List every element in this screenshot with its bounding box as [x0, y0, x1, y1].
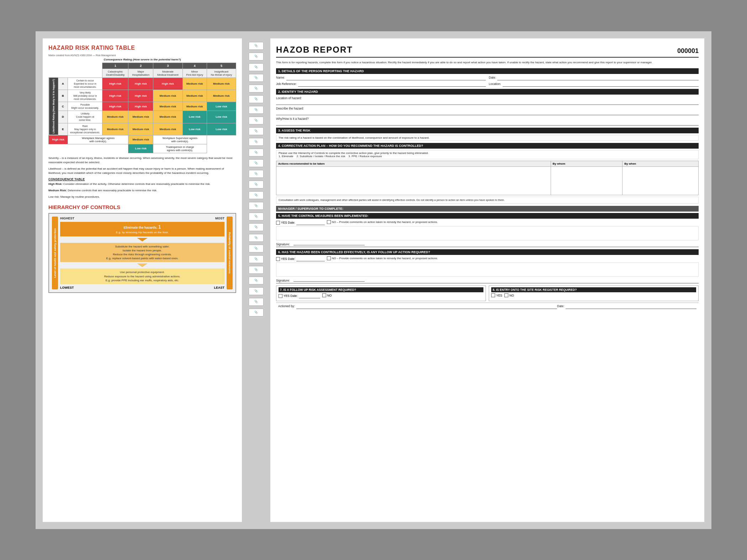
cell-a1: High risk [102, 78, 128, 90]
spine-item: 📎 [249, 74, 264, 82]
high-risk-text: High Risk: Consider elimination of the a… [48, 182, 236, 186]
actioned-by-field: Actioned by: [278, 304, 557, 309]
date-input[interactable] [497, 75, 699, 80]
yes-no-row-7: YES Date: NO [279, 293, 483, 298]
severity-para: Severity – is a measure of an injury, il… [48, 156, 236, 165]
tier3-desc: Use personal protective equipment. Reduc… [63, 270, 222, 282]
spine-item: 📎 [249, 138, 264, 146]
yes-box-7[interactable] [279, 294, 282, 298]
spine-area: 📎 📎 📎 📎 📎 📎 📎 📎 📎 📎 📎 📎 📎 📎 📎 📎 📎 📎 📎 📎 … [245, 38, 267, 522]
section4-note: Please use the Hierarchy of Controls to … [276, 150, 699, 159]
name-input[interactable] [286, 75, 486, 80]
why-input[interactable] [276, 121, 699, 126]
signature-label-5: Signature: [276, 242, 290, 246]
section-2: 2. IDENTIFY THE HAZARD Location of hazar… [276, 89, 699, 126]
col-3: 3 [153, 63, 183, 69]
signature-line-5[interactable] [293, 245, 365, 245]
no-checkbox-5[interactable]: NO – Provide comments on action taken to… [327, 220, 438, 224]
spine-item: 📎 [249, 127, 264, 135]
manager-header: MANAGER / SUPERVISOR TO COMPLETE: [276, 206, 699, 212]
no-label-8: NO [509, 294, 514, 297]
yes-date-6[interactable] [296, 256, 325, 261]
spine-item: 📎 [249, 309, 264, 316]
spine-item: 📎 [249, 213, 264, 220]
legend-row: High risk Workplace Manager agreeswith c… [49, 135, 236, 144]
tier2-desc: Substitute the hazard with something saf… [63, 245, 222, 261]
form-row-name-date: Name: Date: [276, 75, 699, 80]
spine-item: 📎 [249, 170, 264, 178]
date-bottom-label: Date: [557, 304, 564, 308]
section7-cell: 7. IS A FOLLOW UP RISK ASSESSMENT REQUIR… [276, 286, 486, 301]
spine-item: 📎 [249, 298, 264, 306]
yes-box-8[interactable] [491, 293, 495, 297]
no-box-7[interactable] [322, 293, 326, 297]
no-label-7: NO [327, 294, 332, 297]
hierarchy-title: HIERARCHY OF CONTROLS [48, 204, 236, 210]
section5-header: 5. HAVE THE CONTROL MEASURES BEEN IMPLEM… [276, 213, 699, 219]
location-hazard-block: Location of hazard: [276, 96, 699, 105]
describe-input[interactable] [276, 110, 699, 115]
col-header-4: MinorFirst Aid Injury [182, 69, 207, 78]
section6-comments[interactable] [276, 262, 699, 277]
section-5: 5. HAVE THE CONTROL MEASURES BEEN IMPLEM… [276, 213, 699, 247]
row-letter-c: C [58, 102, 68, 111]
cell-a2: High risk [128, 78, 153, 90]
hazard-table-title: HAZARD RISK RATING TABLE [48, 45, 236, 51]
row-desc-d: UnlikelyCould happen atsome time. [68, 111, 102, 123]
location-hazard-input[interactable] [276, 100, 699, 105]
yes-7[interactable]: YES Date: [279, 293, 320, 298]
yes-date-7[interactable] [299, 293, 320, 298]
section5-comments[interactable] [276, 226, 699, 240]
yes-checkbox-6[interactable]: YES Date: [276, 256, 325, 261]
name-label: Name: [276, 75, 285, 79]
legend-medium: Medium risk [128, 135, 153, 144]
yes-no-row-5: YES Date: NO – Provide comments on actio… [276, 220, 699, 225]
col-header-3: ModerateMedical treatment [153, 69, 183, 78]
cell-c3: Medium risk [153, 102, 183, 111]
spine-item: 📎 [249, 95, 264, 103]
no-box-6[interactable] [327, 256, 331, 260]
report-number: 000001 [677, 47, 699, 55]
date-bottom-input[interactable] [566, 304, 696, 309]
cell-a4: Medium risk [182, 78, 207, 90]
matrix-source: Matrix created from AS/NZS 4360:2004 — R… [48, 54, 236, 57]
by-whom-cell-1[interactable] [551, 166, 622, 195]
medium-risk-text: Medium Risk: Determine controls that are… [48, 188, 236, 193]
no-label-5: NO – Provide comments on action taken to… [332, 220, 438, 224]
yes-no-row-6: YES Date: NO – Provide comments on actio… [276, 256, 699, 261]
signature-line-6[interactable] [293, 281, 365, 282]
date-bottom-field: Date: [557, 304, 696, 309]
no-8[interactable]: NO [504, 293, 514, 297]
spine-item: 📎 [249, 117, 264, 124]
hierarchy-bottom-labels: LOWEST LEAST [60, 286, 224, 289]
yes-date-5[interactable] [296, 220, 325, 225]
location-input[interactable] [503, 82, 699, 87]
yes-label-5: YES Date: [281, 221, 295, 224]
consequence-label: Consequence Rating (How severe is the po… [48, 58, 236, 61]
yes-box-6[interactable] [276, 257, 280, 261]
row-letter-d: D [58, 111, 68, 123]
by-when-cell-1[interactable] [622, 166, 699, 195]
yes-box-5[interactable] [276, 221, 280, 225]
hierarchy-container: Level of health and safety protection HI… [48, 213, 236, 293]
legend-low: Low risk [128, 144, 153, 153]
yes-label-7: YES Date: [284, 294, 298, 298]
yes-checkbox-5[interactable]: YES Date: [276, 220, 325, 225]
actioned-by-input[interactable] [296, 304, 557, 309]
hierarchy-top-labels: HIGHEST MOST [60, 217, 224, 220]
describe-label: Describe the hazard: [276, 107, 304, 110]
no-7[interactable]: NO [322, 293, 332, 297]
hierarchy-left-label: Level of health and safety protection [52, 217, 58, 289]
job-ref-input[interactable] [298, 82, 486, 87]
cell-e3: Medium risk [153, 123, 183, 135]
location-label: Location: [489, 82, 501, 86]
label-most: MOST [215, 217, 224, 220]
action-cell-1[interactable] [276, 166, 551, 195]
no-box-8[interactable] [504, 293, 508, 297]
no-checkbox-6[interactable]: NO – Provide comments on action taken to… [327, 256, 438, 260]
date-field: Date: [489, 75, 699, 80]
yes-8[interactable]: YES [491, 293, 502, 297]
cell-a5: Medium risk [207, 78, 236, 90]
col-2: 2 [128, 63, 153, 69]
no-box-5[interactable] [327, 220, 331, 224]
